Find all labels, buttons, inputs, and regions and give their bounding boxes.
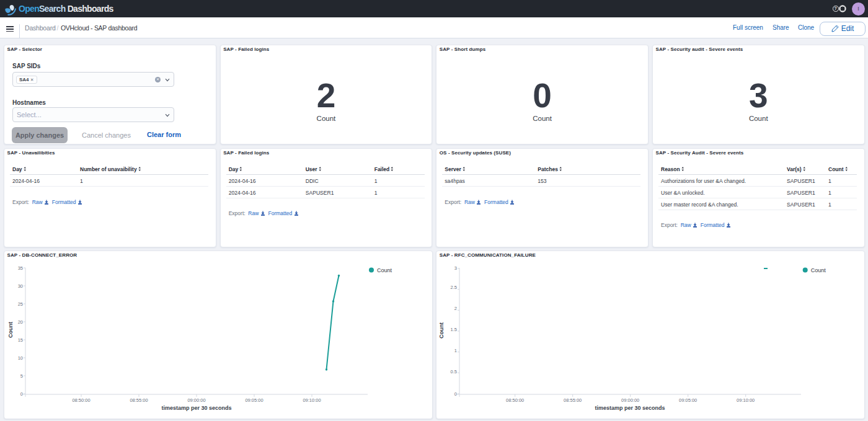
svg-text:09:00:00: 09:00:00 — [621, 397, 639, 403]
svg-text:1.5: 1.5 — [451, 327, 457, 332]
svg-text:08:50:00: 08:50:00 — [506, 397, 524, 403]
svg-text:0: 0 — [454, 391, 457, 397]
svg-text:timestamp per 30 seconds: timestamp per 30 seconds — [161, 405, 231, 411]
svg-text:3: 3 — [454, 265, 457, 271]
svg-text:35: 35 — [18, 265, 23, 271]
svg-text:09:10:00: 09:10:00 — [303, 397, 321, 403]
svg-text:30: 30 — [18, 283, 23, 289]
svg-text:20: 20 — [18, 319, 23, 325]
svg-text:Count: Count — [377, 267, 392, 273]
svg-text:0.5: 0.5 — [451, 369, 457, 374]
svg-text:09:05:00: 09:05:00 — [679, 397, 697, 403]
svg-text:2: 2 — [454, 306, 457, 311]
svg-text:1: 1 — [454, 348, 457, 353]
svg-text:15: 15 — [18, 337, 23, 343]
svg-text:0: 0 — [20, 391, 23, 397]
svg-text:Count: Count — [811, 267, 826, 273]
svg-text:08:55:00: 08:55:00 — [564, 397, 582, 403]
svg-text:Count: Count — [7, 322, 14, 338]
svg-text:09:05:00: 09:05:00 — [245, 397, 263, 403]
svg-text:09:10:00: 09:10:00 — [737, 397, 755, 403]
svg-text:timestamp per 30 seconds: timestamp per 30 seconds — [595, 405, 665, 411]
svg-text:10: 10 — [18, 355, 23, 361]
svg-text:5: 5 — [20, 373, 23, 379]
svg-text:25: 25 — [18, 301, 23, 307]
svg-text:08:50:00: 08:50:00 — [72, 397, 90, 403]
svg-text:Count: Count — [438, 322, 445, 339]
svg-text:2.5: 2.5 — [451, 285, 457, 290]
svg-text:08:55:00: 08:55:00 — [130, 397, 148, 403]
svg-text:09:00:00: 09:00:00 — [187, 397, 205, 403]
